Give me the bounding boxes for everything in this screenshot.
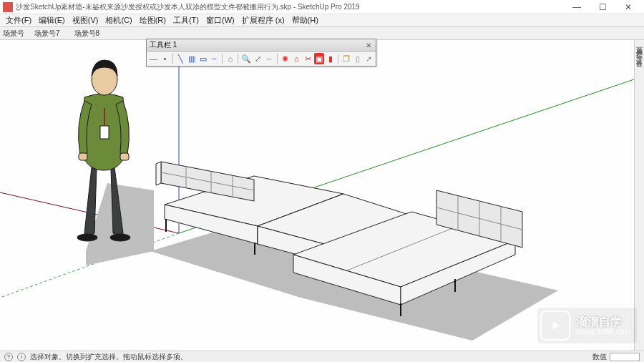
menu-bar: 文件(F) 编辑(E) 视图(V) 相机(C) 绘图(R) 工具(T) 窗口(W…: [0, 14, 644, 27]
separator: [238, 54, 238, 64]
minus-icon[interactable]: —: [148, 53, 159, 64]
menu-view[interactable]: 视图(V): [69, 14, 102, 26]
status-hint: 选择对象。切换到扩充选择。拖动鼠标选择多项。: [30, 352, 187, 362]
title-bar: 沙发SketchUp素材墙-未鉴权来源沙发授权或沙发本人双添的模型文件都被搬用行…: [0, 0, 644, 14]
play-icon: [540, 310, 570, 341]
toolbar-close-icon[interactable]: ✕: [364, 41, 373, 49]
right-tray[interactable]: 显示 还原 | 沙发 | 任务台: [634, 40, 644, 351]
menu-edit[interactable]: 编辑(E): [36, 14, 68, 26]
separator: [338, 54, 338, 64]
svg-rect-36: [120, 153, 129, 160]
menu-camera[interactable]: 相机(C): [102, 14, 135, 26]
svg-rect-37: [100, 126, 109, 139]
hide-icon[interactable]: ▥: [187, 53, 197, 64]
svg-marker-12: [156, 162, 161, 185]
toolbar-title: 工具栏 1: [150, 40, 177, 50]
watermark-url: zixue.3d66.com: [576, 328, 631, 336]
status-bar: ? i 选择对象。切换到扩充选择。拖动鼠标选择多项。 数值: [0, 351, 644, 362]
watermark-text: 溜溜自学: [576, 315, 622, 328]
rect-icon[interactable]: ▭: [198, 53, 209, 64]
house-red-icon[interactable]: ⌂: [291, 53, 302, 64]
right-tray-text: 显示 还原 | 沙发 | 任务台: [636, 43, 643, 55]
zoom-icon[interactable]: 🔍: [240, 53, 252, 64]
menu-ext[interactable]: 扩展程序 (x): [239, 14, 288, 26]
scene-tab-7[interactable]: 场景号7: [30, 29, 64, 39]
dimension-input[interactable]: [610, 353, 640, 361]
dimension-label: 数值: [592, 352, 607, 362]
scene-tab-8[interactable]: 场景号8: [70, 29, 104, 39]
gear-red-icon[interactable]: ✺: [280, 53, 291, 64]
window-title: 沙发SketchUp素材墙-未鉴权来源沙发授权或沙发本人双添的模型文件都被搬用行…: [16, 2, 564, 12]
svg-rect-35: [79, 153, 87, 160]
copy-icon[interactable]: ❐: [341, 53, 351, 64]
menu-window[interactable]: 窗口(W): [203, 14, 238, 26]
viewport-3d[interactable]: [0, 40, 634, 351]
floating-toolbar[interactable]: 工具栏 1 ✕ — • ╲ ▥ ▭ ┄ ⌂ 🔍 ⤢ ↔ ✺ ⌂ ✂ ▣ ▮ ❐ …: [146, 39, 376, 67]
maximize-button[interactable]: ☐: [590, 0, 615, 14]
watermark: 溜溜自学 zixue.3d66.com: [537, 308, 637, 343]
menu-file[interactable]: 文件(F): [3, 14, 34, 26]
minimize-button[interactable]: —: [564, 0, 590, 14]
dot-icon[interactable]: •: [160, 53, 170, 64]
stretch-icon[interactable]: ↔: [264, 53, 275, 64]
share-icon[interactable]: ➚: [364, 53, 374, 64]
window-controls: — ☐ ✕: [564, 0, 641, 14]
folder-red-icon[interactable]: ▮: [325, 53, 336, 64]
app-icon: [3, 2, 13, 12]
toolbar-row: — • ╲ ▥ ▭ ┄ ⌂ 🔍 ⤢ ↔ ✺ ⌂ ✂ ▣ ▮ ❐ ▯ ➚: [147, 52, 376, 66]
extents-icon[interactable]: ⤢: [253, 53, 263, 64]
menu-tools[interactable]: 工具(T): [170, 14, 202, 26]
close-button[interactable]: ✕: [615, 0, 641, 14]
roof-icon[interactable]: ⌂: [225, 53, 235, 64]
separator: [222, 54, 223, 64]
toolbar-titlebar[interactable]: 工具栏 1 ✕: [147, 39, 376, 52]
camera-red-icon[interactable]: ▣: [314, 53, 325, 64]
svg-point-34: [110, 234, 130, 241]
dash-icon[interactable]: ┄: [209, 53, 220, 64]
svg-point-33: [77, 234, 97, 241]
separator: [277, 54, 278, 64]
menu-help[interactable]: 帮助(H): [289, 14, 321, 26]
page-icon[interactable]: ▯: [352, 53, 363, 64]
separator: [172, 54, 173, 64]
link-red-icon[interactable]: ✂: [303, 53, 313, 64]
help-icon[interactable]: ?: [4, 353, 13, 361]
info-icon[interactable]: i: [17, 353, 26, 361]
menu-draw[interactable]: 绘图(R): [137, 14, 169, 26]
line-blue-icon[interactable]: ╲: [175, 53, 186, 64]
scene-label: 场景号: [3, 29, 24, 39]
